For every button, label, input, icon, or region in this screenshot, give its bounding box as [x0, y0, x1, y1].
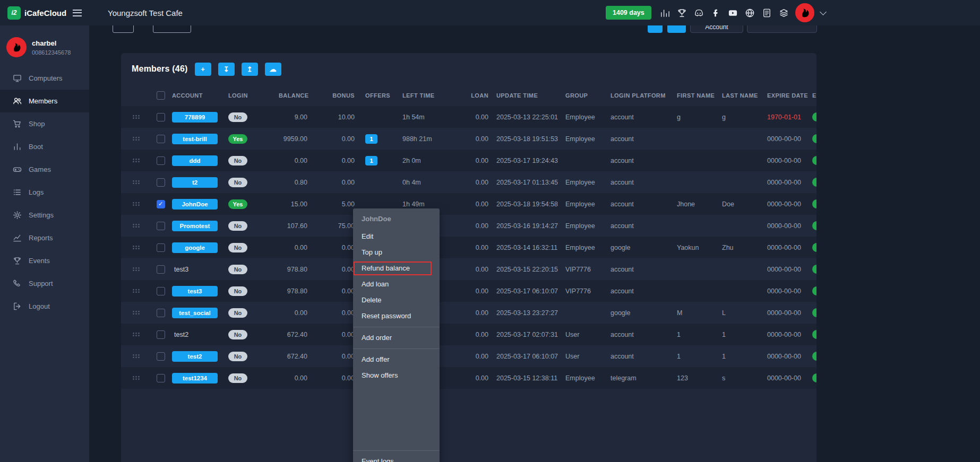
col-header-account[interactable]: ACCOUNT [170, 85, 226, 106]
chevron-down-icon[interactable] [820, 8, 827, 15]
member-row-test3[interactable]: test3No978.800.000.002025-03-15 22:20:15… [121, 258, 816, 280]
drag-handle-icon[interactable] [132, 115, 140, 119]
clipped-filter-box[interactable] [113, 25, 134, 33]
sidebar-item-reports[interactable]: Reports [0, 226, 89, 249]
drag-handle-icon[interactable] [132, 158, 140, 163]
menu-item-event-logs[interactable]: Event logs [353, 454, 440, 462]
account-badge[interactable]: test2 [172, 351, 218, 362]
col-header-loan[interactable]: LOAN [469, 85, 491, 106]
row-checkbox[interactable] [157, 222, 165, 230]
col-header-balance[interactable]: BALANCE [279, 85, 311, 106]
drag-handle-icon[interactable] [132, 354, 140, 359]
discord-icon[interactable] [694, 8, 704, 18]
layers-icon[interactable] [779, 8, 789, 18]
account-badge[interactable]: t2 [172, 177, 218, 188]
account-badge[interactable]: test1234 [172, 373, 218, 383]
member-row-test2[interactable]: test2No672.400.000.002025-03-17 02:07:31… [121, 324, 816, 345]
drag-handle-icon[interactable] [132, 332, 140, 337]
menu-toggle-icon[interactable] [73, 10, 82, 16]
col-header-left-time[interactable]: LEFT TIME [400, 85, 469, 106]
sidebar-item-members[interactable]: Members [0, 90, 89, 112]
col-header-e[interactable]: E [811, 85, 816, 106]
menu-item-top-up[interactable]: Top up [353, 245, 440, 260]
row-checkbox[interactable] [157, 330, 165, 339]
drag-handle-icon[interactable] [132, 267, 140, 272]
member-row-test-brill[interactable]: test-brillYes9959.000.001988h 21m0.00202… [121, 128, 816, 150]
col-header-bonus[interactable]: BONUS [311, 85, 357, 106]
account-text[interactable]: test2 [174, 331, 188, 338]
row-checkbox[interactable] [157, 265, 165, 274]
clipped-blue-button[interactable] [667, 25, 686, 33]
youtube-icon[interactable] [728, 8, 738, 18]
row-checkbox[interactable] [157, 309, 165, 317]
sidebar-item-support[interactable]: Support [0, 272, 89, 295]
account-badge[interactable]: test_social [172, 308, 218, 318]
subscription-days-badge[interactable]: 1409 days [606, 6, 651, 20]
export-members-button[interactable]: ↧ [218, 63, 235, 76]
account-badge[interactable]: test-brill [172, 134, 218, 144]
filter-select[interactable] [747, 25, 817, 33]
col-header-offers[interactable]: OFFERS [357, 85, 400, 106]
clipped-blue-button[interactable] [648, 25, 663, 33]
drag-handle-icon[interactable] [132, 202, 140, 206]
user-avatar[interactable] [795, 3, 814, 22]
invoice-icon[interactable] [762, 8, 772, 18]
col-header-update-time[interactable]: UPDATE TIME [491, 85, 563, 106]
drag-handle-icon[interactable] [132, 223, 140, 228]
menu-item-show-offers[interactable]: Show offers [353, 368, 440, 383]
select-all-checkbox[interactable] [157, 91, 165, 100]
offers-badge[interactable]: 1 [365, 156, 377, 165]
trophy-icon[interactable] [677, 8, 687, 18]
drag-handle-icon[interactable] [132, 376, 140, 380]
col-header-last-name[interactable]: LAST NAME [719, 85, 764, 106]
facebook-icon[interactable] [711, 8, 721, 18]
member-row-promotest[interactable]: PromotestNo107.6075.000.002025-03-16 19:… [121, 215, 816, 237]
member-row-test3[interactable]: test3No978.800.000.002025-03-17 06:10:07… [121, 280, 816, 302]
sidebar-item-logout[interactable]: Logout [0, 295, 89, 318]
globe-icon[interactable] [745, 8, 755, 18]
row-checkbox[interactable] [157, 287, 165, 295]
drag-handle-icon[interactable] [132, 136, 140, 141]
account-badge[interactable]: 778899 [172, 112, 218, 123]
sidebar-item-computers[interactable]: Computers [0, 67, 89, 90]
account-badge[interactable]: google [172, 242, 218, 253]
account-badge[interactable]: test3 [172, 286, 218, 297]
menu-item-reset-password[interactable]: Reset password [353, 308, 440, 324]
drag-handle-icon[interactable] [132, 310, 140, 315]
menu-item-edit[interactable]: Edit [353, 229, 440, 245]
sidebar-item-settings[interactable]: Settings [0, 204, 89, 226]
offers-badge[interactable]: 1 [365, 134, 377, 144]
col-header-login-platform[interactable]: LOGIN PLATFORM [608, 85, 674, 106]
account-badge[interactable]: Promotest [172, 221, 218, 231]
clipped-filter-box[interactable] [153, 25, 191, 33]
row-checkbox[interactable]: ✓ [157, 200, 165, 208]
row-checkbox[interactable] [157, 374, 165, 382]
row-checkbox[interactable] [157, 243, 165, 252]
member-row-t2[interactable]: t2No0.800.000h 4m0.002025-03-17 01:13:45… [121, 171, 816, 193]
sidebar-item-games[interactable]: Games [0, 158, 89, 181]
cloud-upload-button[interactable]: ☁ [265, 63, 281, 76]
drag-handle-icon[interactable] [132, 180, 140, 185]
account-text[interactable]: test3 [174, 266, 188, 273]
member-row-test1234[interactable]: test1234No0.000.000.002025-03-15 12:38:1… [121, 367, 816, 389]
stats-icon[interactable] [660, 8, 670, 18]
member-row-test-social[interactable]: test_socialNo0.000.000.002025-03-13 23:2… [121, 302, 816, 324]
menu-item-add-order[interactable]: Add order [353, 330, 440, 346]
account-filter-select[interactable]: Account [690, 25, 743, 33]
drag-handle-icon[interactable] [132, 245, 140, 250]
member-row-ddd[interactable]: dddNo0.000.0012h 0m0.002025-03-17 19:24:… [121, 150, 816, 171]
member-row-778899[interactable]: 778899No9.0010.001h 54m0.002025-03-13 22… [121, 106, 816, 128]
row-checkbox[interactable] [157, 113, 165, 121]
row-checkbox[interactable] [157, 178, 165, 187]
col-header-expire-date[interactable]: EXPIRE DATE [764, 85, 811, 106]
row-checkbox[interactable] [157, 156, 165, 165]
sidebar-item-events[interactable]: Events [0, 249, 89, 272]
menu-item-refund-balance[interactable]: Refund balance [353, 260, 440, 276]
sidebar-item-logs[interactable]: Logs [0, 181, 89, 204]
member-row-google[interactable]: googleNo0.000.000.002025-03-14 16:32:11E… [121, 237, 816, 258]
menu-item-add-loan[interactable]: Add loan [353, 276, 440, 292]
menu-item-delete[interactable]: Delete [353, 292, 440, 308]
add-member-button[interactable]: + [195, 63, 211, 76]
account-badge[interactable]: ddd [172, 155, 218, 166]
account-badge[interactable]: JohnDoe [172, 199, 218, 210]
